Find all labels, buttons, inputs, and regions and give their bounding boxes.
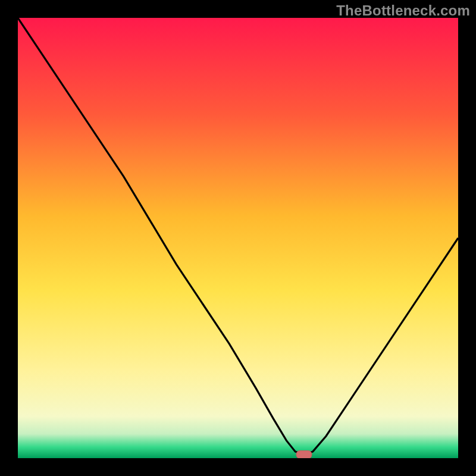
optimal-point-marker [296,451,312,458]
chart-frame: TheBottleneck.com [0,0,476,476]
bottleneck-chart [18,18,458,458]
watermark-text: TheBottleneck.com [336,2,470,19]
plot-background [18,18,458,458]
